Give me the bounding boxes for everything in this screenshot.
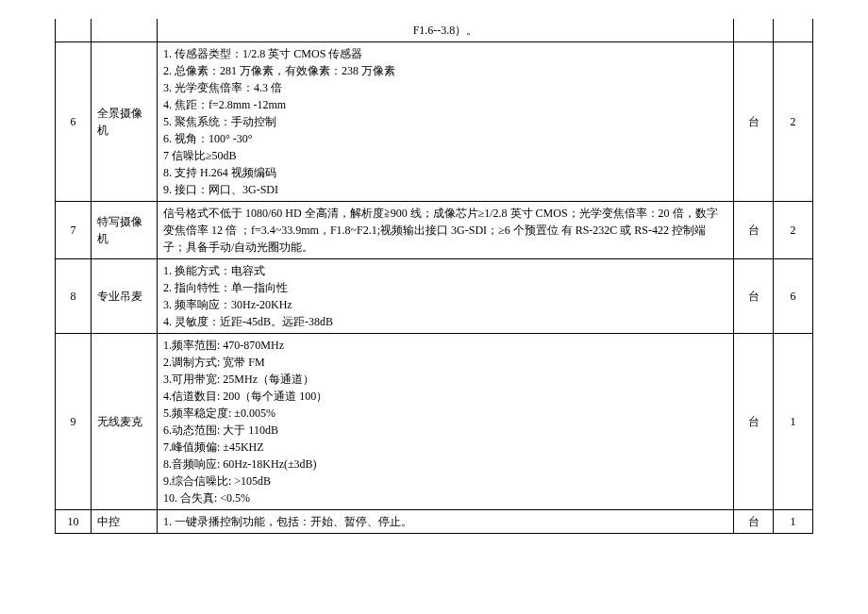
spec-line: 9.综合信噪比: >105dB <box>163 473 727 490</box>
item-qty <box>774 19 813 42</box>
spec-line: 8.音频响应: 60Hz-18KHz(±3dB) <box>163 456 727 473</box>
spec-line: 信号格式不低于 1080/60 HD 全高清，解析度≧900 线；成像芯片≥1/… <box>163 205 727 256</box>
item-name: 无线麦克 <box>92 334 158 510</box>
table-row: 9无线麦克1.频率范围: 470-870MHz2.调制方式: 宽带 FM3.可用… <box>56 334 813 510</box>
spec-line: 6. 视角：100° -30° <box>163 130 727 147</box>
item-spec: 1. 一键录播控制功能，包括：开始、暂停、停止。 <box>158 510 734 534</box>
item-unit: 台 <box>734 259 774 334</box>
row-number: 10 <box>56 510 92 534</box>
document-page: F1.6--3.8）。6全景摄像机1. 传感器类型：1/2.8 英寸 CMOS … <box>0 0 868 534</box>
spec-line: 4.信道数目: 200（每个通道 100） <box>163 388 727 405</box>
item-spec: F1.6--3.8）。 <box>158 19 734 42</box>
spec-line: 1. 一键录播控制功能，包括：开始、暂停、停止。 <box>163 513 727 530</box>
item-qty: 6 <box>774 259 813 334</box>
row-number: 6 <box>56 42 92 202</box>
spec-line: 4. 焦距：f=2.8mm -12mm <box>163 96 727 113</box>
table-row: 6全景摄像机1. 传感器类型：1/2.8 英寸 CMOS 传感器2. 总像素：2… <box>56 42 813 202</box>
spec-line: 2.调制方式: 宽带 FM <box>163 354 727 371</box>
spec-line: 10. 合失真: <0.5% <box>163 490 727 506</box>
table-row: 8专业吊麦1. 换能方式：电容式2. 指向特性：单一指向性3. 频率响应：30H… <box>56 259 813 334</box>
row-number: 9 <box>56 334 92 510</box>
spec-line: 9. 接口：网口、3G-SDI <box>163 181 727 198</box>
spec-line: 1.频率范围: 470-870MHz <box>163 337 727 354</box>
spec-line: F1.6--3.8）。 <box>163 22 727 39</box>
table-row: 7特写摄像机信号格式不低于 1080/60 HD 全高清，解析度≧900 线；成… <box>56 202 813 259</box>
item-spec: 1.频率范围: 470-870MHz2.调制方式: 宽带 FM3.可用带宽: 2… <box>158 334 734 510</box>
item-name: 全景摄像机 <box>92 42 158 202</box>
spec-line: 2. 总像素：281 万像素，有效像素：238 万像素 <box>163 62 727 79</box>
item-spec: 信号格式不低于 1080/60 HD 全高清，解析度≧900 线；成像芯片≥1/… <box>158 202 734 259</box>
spec-line: 8. 支持 H.264 视频编码 <box>163 164 727 181</box>
spec-line: 3. 光学变焦倍率：4.3 倍 <box>163 79 727 96</box>
spec-line: 1. 换能方式：电容式 <box>163 262 727 279</box>
spec-table: F1.6--3.8）。6全景摄像机1. 传感器类型：1/2.8 英寸 CMOS … <box>55 19 813 534</box>
spec-line: 7.峰值频偏: ±45KHZ <box>163 439 727 456</box>
spec-line: 3. 频率响应：30Hz-20KHz <box>163 296 727 313</box>
spec-line: 1. 传感器类型：1/2.8 英寸 CMOS 传感器 <box>163 45 727 62</box>
item-name: 特写摄像机 <box>92 202 158 259</box>
item-spec: 1. 传感器类型：1/2.8 英寸 CMOS 传感器2. 总像素：281 万像素… <box>158 42 734 202</box>
item-unit: 台 <box>734 510 774 534</box>
spec-line: 5. 聚焦系统：手动控制 <box>163 113 727 130</box>
item-name: 中控 <box>92 510 158 534</box>
item-qty: 2 <box>774 42 813 202</box>
spec-line: 2. 指向特性：单一指向性 <box>163 279 727 296</box>
spec-line: 5.频率稳定度: ±0.005% <box>163 405 727 422</box>
item-qty: 2 <box>774 202 813 259</box>
item-spec: 1. 换能方式：电容式2. 指向特性：单一指向性3. 频率响应：30Hz-20K… <box>158 259 734 334</box>
spec-line: 6.动态范围: 大于 110dB <box>163 422 727 439</box>
item-unit <box>734 19 774 42</box>
spec-line: 7 信噪比≥50dB <box>163 147 727 164</box>
spec-line: 4. 灵敏度：近距-45dB。远距-38dB <box>163 313 727 330</box>
item-unit: 台 <box>734 42 774 202</box>
row-number: 7 <box>56 202 92 259</box>
item-name <box>92 19 158 42</box>
row-number: 8 <box>56 259 92 334</box>
item-unit: 台 <box>734 334 774 510</box>
spec-line: 3.可用带宽: 25MHz（每通道） <box>163 371 727 388</box>
item-name: 专业吊麦 <box>92 259 158 334</box>
item-unit: 台 <box>734 202 774 259</box>
item-qty: 1 <box>774 334 813 510</box>
table-row: 10中控1. 一键录播控制功能，包括：开始、暂停、停止。台1 <box>56 510 813 534</box>
table-row: F1.6--3.8）。 <box>56 19 813 42</box>
item-qty: 1 <box>774 510 813 534</box>
row-number <box>56 19 92 42</box>
